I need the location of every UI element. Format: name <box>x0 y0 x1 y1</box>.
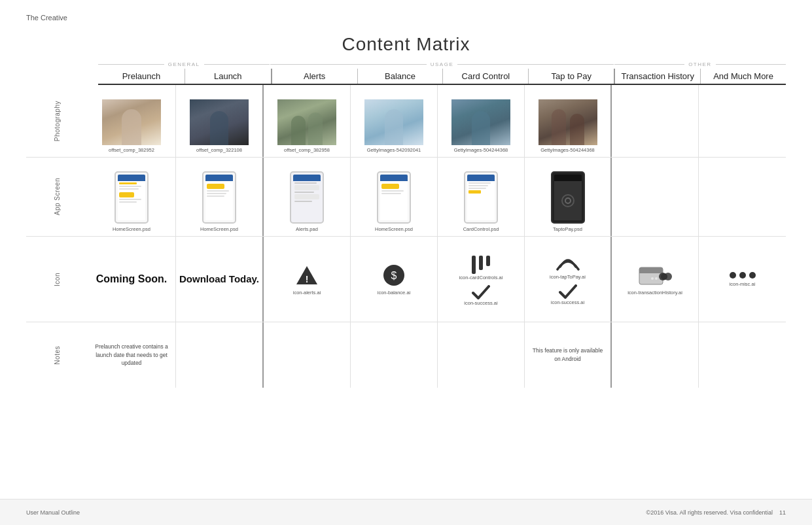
row-notes: Notes Prelaunch creative contains a laun… <box>26 322 786 388</box>
icon-label-cardcontrol: icon-cardControls.ai <box>459 275 503 280</box>
app-label-launch: HomeScreen.psd <box>200 226 238 232</box>
icon-label-taptopay: icon-tapToPay.ai <box>550 274 586 280</box>
col-header-alerts: Alerts <box>272 69 357 84</box>
photo-label-launch: offset_comp_322108 <box>196 147 242 153</box>
row-appscreen: App Screen <box>26 158 786 237</box>
note-taptopay: This feature is only available on Androi… <box>529 347 607 364</box>
col-header-txhistory: Transaction History <box>615 69 700 84</box>
row-label-notes: Notes <box>54 346 61 365</box>
row-photography: Photography offset_comp_382952 <box>26 85 786 158</box>
misc-icon <box>730 272 756 279</box>
alerts-icon: ! <box>295 263 319 287</box>
group-label-usage: USAGE <box>427 61 458 67</box>
tap-to-pay-success-icon <box>559 284 577 299</box>
icon-label-txhistory: icon-transactionHistory.ai <box>627 290 682 296</box>
group-label-general: GENERAL <box>164 61 204 67</box>
col-header-taptopay: Tap to Pay <box>529 69 614 84</box>
footer-left: User Manual Outline <box>26 509 80 516</box>
app-label-prelaunch: HomeScreen.psd <box>113 226 150 232</box>
icon-launch-text: Download Today. <box>179 273 259 286</box>
app-label-balance: HomeScreen.psd <box>375 226 413 232</box>
footer: User Manual Outline ©2016 Visa. All righ… <box>0 499 812 525</box>
col-header-muchmore: And Much More <box>701 69 786 84</box>
group-headers: GENERAL USAGE OTHER <box>98 61 786 69</box>
group-label-other: OTHER <box>684 61 716 67</box>
svg-text:$: $ <box>391 270 397 281</box>
card-controls-success-icon <box>472 285 490 299</box>
col-header-prelaunch: Prelaunch <box>98 69 185 84</box>
svg-rect-6 <box>486 256 490 266</box>
app-label-taptopay: TaptoPay.psd <box>553 226 582 232</box>
matrix-container: GENERAL USAGE OTHER Prelaunch <box>26 61 786 388</box>
column-headers: Prelaunch Launch Alerts Balance Card Con… <box>98 69 786 85</box>
icon-label-balance: icon-balance.ai <box>378 290 410 296</box>
photo-label-cardcontrol: GettyImages-504244368 <box>454 147 508 153</box>
tap-to-pay-icon <box>556 254 580 273</box>
icon-label-alerts: icon-alerts.ai <box>293 290 321 296</box>
svg-rect-4 <box>472 256 476 274</box>
page-title: Content Matrix <box>0 22 812 61</box>
col-header-launch: Launch <box>185 69 271 84</box>
photo-label-taptopay: GettyImages-504244368 <box>540 147 595 153</box>
svg-point-13 <box>651 277 654 280</box>
icon-label-taptopay-success: icon-success.ai <box>551 299 584 305</box>
photo-label-prelaunch: offset_comp_382952 <box>109 147 154 153</box>
matrix-body: Photography offset_comp_382952 <box>26 85 786 388</box>
svg-point-14 <box>655 277 658 280</box>
card-controls-icon <box>469 253 493 274</box>
transaction-history-icon <box>638 263 672 287</box>
svg-text:!: ! <box>306 274 309 284</box>
row-icon: Icon Coming Soon. Download Today. ! i <box>26 237 786 322</box>
photo-label-balance: GettyImages-542092041 <box>367 147 421 153</box>
note-prelaunch: Prelaunch creative contains a launch dat… <box>93 343 170 367</box>
balance-icon: $ <box>382 263 406 287</box>
icon-label-cardcontrol-success: icon-success.ai <box>464 300 497 306</box>
app-label-alerts: Alerts.pad <box>296 226 318 232</box>
footer-right: ©2016 Visa. All rights reserved. Visa co… <box>646 509 786 516</box>
photo-label-alerts: offset_comp_382958 <box>284 147 330 153</box>
brand-label: The Creative <box>26 14 67 22</box>
row-label-photography: Photography <box>54 101 61 141</box>
col-header-cardcontrol: Card Control <box>443 69 528 84</box>
col-header-balance: Balance <box>358 69 443 84</box>
app-label-cardcontrol: CardControl.psd <box>463 226 499 232</box>
svg-point-12 <box>661 273 667 280</box>
icon-prelaunch-text: Coming Soon. <box>96 273 167 286</box>
svg-rect-9 <box>639 271 663 273</box>
icon-label-misc: icon-misc.ai <box>730 281 756 287</box>
row-label-icon: Icon <box>54 273 61 286</box>
row-label-appscreen: App Screen <box>54 178 61 215</box>
svg-rect-5 <box>479 256 483 270</box>
